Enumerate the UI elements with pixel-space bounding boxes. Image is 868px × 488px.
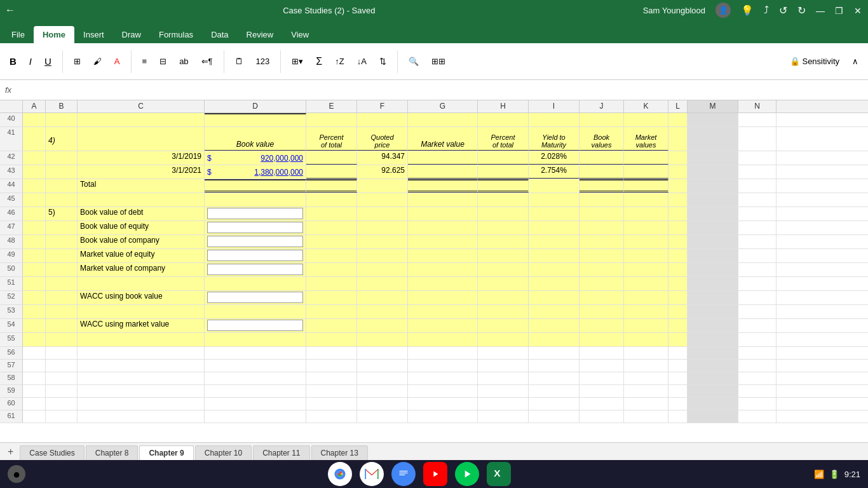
- cell-a45[interactable]: [23, 193, 46, 207]
- cell-b61[interactable]: [46, 410, 78, 423]
- cell-e56[interactable]: [306, 347, 357, 359]
- cell-n48[interactable]: [738, 235, 776, 248]
- cell-l44[interactable]: [668, 179, 688, 193]
- sort-asc-btn[interactable]: ↑Z: [330, 55, 348, 68]
- cell-f59[interactable]: [357, 385, 408, 397]
- cell-n40[interactable]: [738, 113, 776, 126]
- cell-a52[interactable]: [23, 291, 46, 304]
- cell-i59[interactable]: [529, 385, 580, 397]
- cell-l48[interactable]: [668, 235, 688, 248]
- cell-g45[interactable]: [408, 193, 478, 207]
- play-icon[interactable]: [455, 462, 479, 486]
- cell-b40[interactable]: [46, 113, 78, 126]
- cell-l43[interactable]: [668, 165, 688, 179]
- collapse-ribbon-btn[interactable]: ∧: [848, 55, 863, 68]
- cell-a56[interactable]: [23, 347, 46, 359]
- docs-icon[interactable]: [391, 462, 416, 486]
- cell-b58[interactable]: [46, 372, 78, 384]
- col-header-m[interactable]: M: [688, 100, 738, 112]
- cell-g61[interactable]: [408, 410, 478, 423]
- cell-i48[interactable]: [529, 235, 580, 248]
- cell-a59[interactable]: [23, 385, 46, 397]
- cell-i61[interactable]: [529, 410, 580, 423]
- cell-k40[interactable]: [624, 113, 668, 126]
- col-header-k[interactable]: K: [624, 100, 668, 112]
- cell-j48[interactable]: [580, 235, 624, 248]
- cell-h57[interactable]: [478, 360, 529, 372]
- cell-b51[interactable]: [46, 277, 78, 290]
- cell-g59[interactable]: [408, 385, 478, 397]
- cell-n46[interactable]: [738, 207, 776, 220]
- cell-c53[interactable]: [78, 305, 205, 318]
- cell-f61[interactable]: [357, 410, 408, 423]
- cell-n45[interactable]: [738, 193, 776, 207]
- cell-d60[interactable]: [205, 398, 306, 410]
- cell-j46[interactable]: [580, 207, 624, 220]
- col-header-e[interactable]: E: [306, 100, 357, 112]
- cell-n42[interactable]: [738, 151, 776, 165]
- cell-c56[interactable]: [78, 347, 205, 359]
- cell-b52[interactable]: [46, 291, 78, 304]
- cell-f48[interactable]: [357, 235, 408, 248]
- cell-h43[interactable]: [478, 165, 529, 179]
- cell-h47[interactable]: [478, 221, 529, 234]
- cell-i42[interactable]: 2.028%: [529, 151, 580, 165]
- cell-h56[interactable]: [478, 347, 529, 359]
- cell-a41[interactable]: [23, 127, 46, 151]
- number-format-btn[interactable]: 123: [252, 55, 275, 68]
- find-btn[interactable]: 🔍: [404, 55, 423, 68]
- cell-d50[interactable]: [205, 263, 306, 276]
- input-d54[interactable]: [207, 320, 303, 331]
- cell-d49[interactable]: [205, 249, 306, 262]
- format-btn[interactable]: 🗒: [231, 55, 248, 68]
- cell-k45[interactable]: [624, 193, 668, 207]
- col-header-l[interactable]: L: [668, 100, 688, 112]
- cell-l58[interactable]: [668, 372, 688, 384]
- cell-l57[interactable]: [668, 360, 688, 372]
- cell-e57[interactable]: [306, 360, 357, 372]
- cell-a55[interactable]: [23, 333, 46, 346]
- cell-b49[interactable]: [46, 249, 78, 262]
- user-avatar[interactable]: 👤: [715, 3, 731, 18]
- cell-b45[interactable]: [46, 193, 78, 207]
- cell-g51[interactable]: [408, 277, 478, 290]
- cell-h49[interactable]: [478, 249, 529, 262]
- cell-m41[interactable]: [688, 127, 738, 151]
- cell-n57[interactable]: [738, 360, 776, 372]
- cell-l55[interactable]: [668, 333, 688, 346]
- cell-k43[interactable]: [624, 165, 668, 179]
- cell-n52[interactable]: [738, 291, 776, 304]
- cell-l40[interactable]: [668, 113, 688, 126]
- formula-input[interactable]: [17, 85, 863, 95]
- cell-d48[interactable]: [205, 235, 306, 248]
- cell-m50[interactable]: [688, 263, 738, 276]
- cell-f50[interactable]: [357, 263, 408, 276]
- cell-a42[interactable]: [23, 151, 46, 165]
- cell-d57[interactable]: [205, 360, 306, 372]
- cell-f58[interactable]: [357, 372, 408, 384]
- tab-data[interactable]: Data: [202, 26, 237, 43]
- cell-b44[interactable]: [46, 179, 78, 193]
- cell-i44[interactable]: [529, 179, 580, 193]
- cell-b48[interactable]: [46, 235, 78, 248]
- cell-d54[interactable]: [205, 319, 306, 332]
- cell-d52[interactable]: [205, 291, 306, 304]
- cell-b56[interactable]: [46, 347, 78, 359]
- cell-k55[interactable]: [624, 333, 668, 346]
- cell-m56[interactable]: [688, 347, 738, 359]
- taskbar-dot[interactable]: ●: [8, 465, 25, 483]
- cell-g48[interactable]: [408, 235, 478, 248]
- cell-g41[interactable]: Market value: [408, 127, 478, 151]
- cell-f55[interactable]: [357, 333, 408, 346]
- cell-e55[interactable]: [306, 333, 357, 346]
- cell-b53[interactable]: [46, 305, 78, 318]
- cell-a53[interactable]: [23, 305, 46, 318]
- cell-e52[interactable]: [306, 291, 357, 304]
- cell-c40[interactable]: [78, 113, 205, 126]
- cell-d42[interactable]: $ 920,000,000: [205, 151, 306, 165]
- cell-h41[interactable]: Percent of total: [478, 127, 529, 151]
- cell-n61[interactable]: [738, 410, 776, 423]
- cell-c44[interactable]: Total: [78, 179, 205, 193]
- col-header-h[interactable]: H: [478, 100, 529, 112]
- cell-n50[interactable]: [738, 263, 776, 276]
